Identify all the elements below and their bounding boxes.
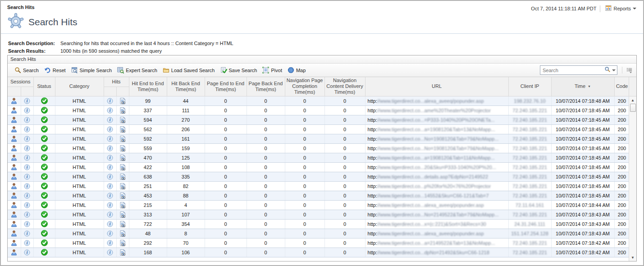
replay-page-eye-icon[interactable] [119,97,126,103]
hit-info-cell[interactable]: i [104,124,116,134]
url-cell[interactable]: http://www.tigerdirect.co...p%20for%20<7… [365,181,508,191]
scrollbar-thumb[interactable] [630,104,636,112]
url-cell[interactable]: http://www.tigerdirect.co...a=1908120&Ta… [365,153,508,162]
hit-replay-cell[interactable] [116,134,129,143]
table-row[interactable]: i HTML i 559 159 0 0 0 0 http://www.tige… [8,143,629,153]
hit-replay-cell[interactable] [116,238,129,248]
table-row[interactable]: i HTML i 313 107 0 0 0 0 http://www.tige… [8,210,629,219]
replay-page-eye-icon[interactable] [119,173,126,179]
url-cell[interactable]: http://www.tigerdirect.co...=P333-1040%2… [365,115,508,124]
info-icon[interactable]: i [107,173,113,179]
replay-page-eye-icon[interactable] [119,154,126,160]
session-user-icon[interactable] [10,116,18,122]
table-row[interactable]: i HTML i 453 88 0 0 0 0 http://www.tiger… [8,191,629,200]
table-row[interactable]: i HTML i 337 111 0 0 0 0 http://www.tige… [8,105,629,115]
session-user-cell[interactable] [8,210,21,219]
info-icon[interactable]: i [107,154,113,160]
hit-replay-cell[interactable] [116,105,129,115]
hit-info-cell[interactable]: i [104,181,116,191]
replay-page-eye-icon[interactable] [119,145,126,150]
info-icon[interactable]: i [24,116,30,122]
hit-replay-cell[interactable] [116,172,129,181]
info-icon[interactable]: i [24,126,30,131]
session-user-icon[interactable] [10,202,18,207]
hit-info-cell[interactable]: i [104,96,116,105]
reports-menu-button[interactable]: Reports [604,5,638,13]
hit-info-cell[interactable]: i [104,210,116,219]
hit-replay-cell[interactable] [116,124,129,134]
url-cell[interactable]: http://www.tigerdirect.co...dpNo=21492&S… [365,248,508,257]
session-user-cell[interactable] [8,248,21,257]
url-cell[interactable]: http://www.tigerdirect.co...x=(c:221)&So… [365,219,508,229]
session-info-cell[interactable]: i [21,124,33,134]
session-user-cell[interactable] [8,105,21,115]
info-icon[interactable]: i [24,97,30,103]
session-info-cell[interactable]: i [21,181,33,191]
hit-replay-cell[interactable] [116,191,129,200]
session-user-icon[interactable] [10,126,18,131]
replay-page-eye-icon[interactable] [119,220,126,226]
info-icon[interactable]: i [24,164,30,169]
simple-search-button[interactable]: Simple Search [69,65,115,75]
hit-info-cell[interactable]: i [104,143,116,153]
url-cell[interactable]: http://www.tigerdirect.co...alexa_aveeq/… [365,96,508,105]
session-user-cell[interactable] [8,124,21,134]
session-info-cell[interactable]: i [21,248,33,257]
info-icon[interactable]: i [107,135,113,141]
info-icon[interactable]: i [107,249,113,254]
session-user-icon[interactable] [10,164,18,169]
expert-search-button[interactable]: Expert Search [115,65,160,75]
hit-info-cell[interactable]: i [104,191,116,200]
session-info-cell[interactable]: i [21,200,33,210]
search-field-magnifier-icon[interactable] [604,66,611,74]
session-user-icon[interactable] [10,145,18,150]
url-cell[interactable]: http://www.tigerdirect.co...No=2149522&T… [365,210,508,219]
column-header-hit-back-end[interactable]: Hit Back End Time(ms) [167,77,205,96]
table-row[interactable]: i HTML i 48 8 0 0 0 0 http://www.tigerdi… [8,229,629,238]
hit-replay-cell[interactable] [116,96,129,105]
scrollbar-track[interactable]: ▲ ▼ [629,96,636,261]
hit-info-cell[interactable]: i [104,172,116,181]
hit-replay-cell[interactable] [116,248,129,257]
session-user-icon[interactable] [10,173,18,179]
replay-page-eye-icon[interactable] [119,192,126,197]
url-cell[interactable]: http://www.tigerdirect.co...a=1908120&Ta… [365,124,508,134]
table-row[interactable]: i HTML i 99 44 0 0 0 0 http://www.tigerd… [8,96,629,105]
table-row[interactable]: i HTML i 562 206 0 0 0 0 http://www.tige… [8,124,629,134]
hit-replay-cell[interactable] [116,181,129,191]
hits-subcol-info[interactable] [104,87,116,96]
sessions-subcol-user[interactable] [8,87,21,96]
info-icon[interactable]: i [107,116,113,122]
session-user-cell[interactable] [8,162,21,172]
session-user-cell[interactable] [8,200,21,210]
url-cell[interactable]: http://www.tigerdirect.co...alexa_aveeq/… [365,200,508,210]
session-user-cell[interactable] [8,96,21,105]
search-input[interactable] [543,68,604,73]
session-user-icon[interactable] [10,211,18,216]
session-user-icon[interactable] [10,230,18,235]
session-user-icon[interactable] [10,249,18,254]
info-icon[interactable]: i [107,220,113,226]
session-user-icon[interactable] [10,192,18,197]
replay-page-eye-icon[interactable] [119,211,126,216]
hit-info-cell[interactable]: i [104,200,116,210]
hit-replay-cell[interactable] [116,210,129,219]
session-user-cell[interactable] [8,115,21,124]
table-row[interactable]: i HTML i 168 106 0 0 0 0 http://www.tige… [8,248,629,257]
session-info-cell[interactable]: i [21,172,33,181]
column-header-category[interactable]: Category [55,77,104,96]
hits-subcol-replay[interactable] [116,87,129,96]
reset-button[interactable]: Reset [42,65,69,75]
column-header-code[interactable]: Code [614,77,629,96]
scroll-up-arrow-icon[interactable]: ▲ [629,96,636,104]
session-user-icon[interactable] [10,239,18,245]
column-options-button[interactable] [622,67,633,73]
info-icon[interactable]: i [24,173,30,179]
hit-replay-cell[interactable] [116,153,129,162]
info-icon[interactable]: i [107,145,113,150]
url-cell[interactable]: http://www.tigerdirect.co...No=1908120&T… [365,134,508,143]
session-user-icon[interactable] [10,183,18,188]
session-user-cell[interactable] [8,143,21,153]
hit-info-cell[interactable]: i [104,238,116,248]
replay-page-eye-icon[interactable] [119,116,126,122]
